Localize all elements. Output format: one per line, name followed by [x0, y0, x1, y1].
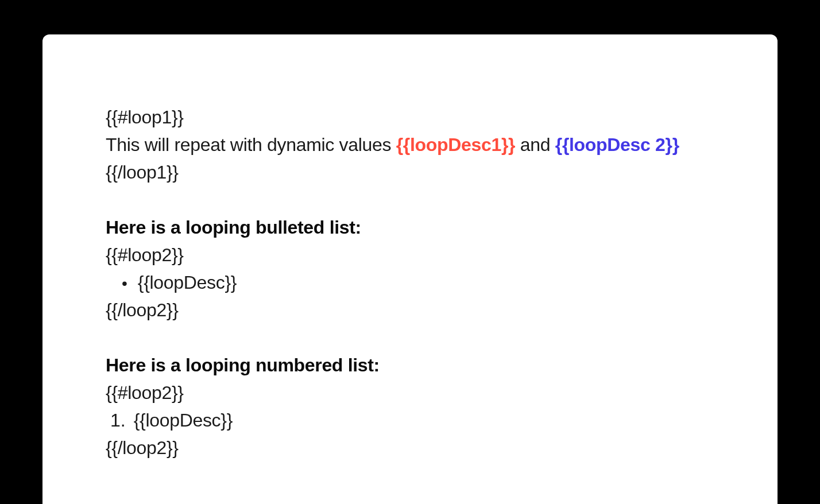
loop1-text-mid: and — [515, 134, 555, 155]
loop2-number-open-tag: {{#loop2}} — [106, 379, 714, 406]
loop2-bullet-close-tag: {{/loop2}} — [106, 296, 714, 324]
bulleted-heading: Here is a looping bulleted list: — [106, 214, 714, 241]
loop1-text-prefix: This will repeat with dynamic values — [106, 134, 396, 155]
loop1-var2: {{loopDesc 2}} — [555, 134, 679, 155]
loop1-body-line: This will repeat with dynamic values {{l… — [106, 131, 714, 158]
loop1-close-tag: {{/loop1}} — [106, 158, 714, 186]
bullet-marker-icon: • — [122, 272, 127, 296]
bullet-item-text: {{loopDesc}} — [138, 269, 237, 296]
document-page: {{#loop1}} This will repeat with dynamic… — [42, 34, 778, 504]
loop2-bullet-open-tag: {{#loop2}} — [106, 241, 714, 269]
loop1-var1: {{loopDesc1}} — [396, 134, 515, 155]
numbered-list-item: 1. {{loopDesc}} — [106, 406, 714, 434]
number-marker: 1. — [110, 406, 126, 434]
loop1-open-tag: {{#loop1}} — [106, 103, 714, 131]
loop2-number-close-tag: {{/loop2}} — [106, 434, 714, 462]
spacer — [106, 324, 714, 351]
numbered-item-text: {{loopDesc}} — [134, 406, 233, 434]
spacer — [106, 186, 714, 214]
numbered-heading: Here is a looping numbered list: — [106, 351, 714, 379]
bullet-list-item: • {{loopDesc}} — [106, 269, 714, 296]
